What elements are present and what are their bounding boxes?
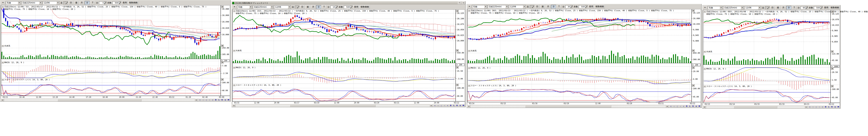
- bar-type-週-button[interactable]: 週: [305, 5, 310, 9]
- bars-count-spinner[interactable]: 500: [579, 5, 588, 8]
- scrollbar-thumb[interactable]: [58, 99, 142, 101]
- scroll-right-button[interactable]: ►: [666, 105, 669, 108]
- nav-button-7[interactable]: R: [691, 105, 694, 108]
- window-menu-button[interactable]: ▼: [232, 5, 237, 9]
- multi-symbol-button[interactable]: 複数銘柄: [360, 5, 370, 9]
- bars-count-spinner[interactable]: 500: [814, 6, 823, 9]
- symbol-select[interactable]: 日経225mini▼: [22, 1, 42, 5]
- bar-type-週-button[interactable]: 週: [775, 6, 780, 10]
- bar-type-T-button[interactable]: T: [90, 1, 95, 5]
- help-button[interactable]: ?: [458, 2, 461, 4]
- scroll-left-button[interactable]: ◄: [703, 106, 706, 108]
- window-menu-button[interactable]: ▼: [703, 6, 707, 10]
- nav-button-6[interactable]: L: [827, 106, 830, 108]
- scrollbar-track[interactable]: [4, 99, 195, 101]
- nav-button-5[interactable]: D: [685, 105, 688, 108]
- bar-type-T-button[interactable]: T: [792, 6, 797, 10]
- symbol-select[interactable]: 日経225mini▼: [488, 5, 508, 8]
- nav-button-7[interactable]: R: [220, 99, 224, 101]
- nav-button-4[interactable]: »: [211, 99, 214, 101]
- nav-button-3[interactable]: ›: [443, 104, 446, 107]
- scroll-left-button[interactable]: ◄: [1, 99, 4, 101]
- nav-button-8[interactable]: ⊕: [459, 104, 462, 107]
- close-button[interactable]: ×: [462, 2, 465, 4]
- bar-type-月-button[interactable]: 月: [311, 5, 316, 9]
- scrollbar-thumb[interactable]: [525, 105, 611, 107]
- minutes-spinner[interactable]: 5: [99, 1, 106, 4]
- category-select[interactable]: 先物▼: [708, 6, 723, 9]
- category-select[interactable]: 先物▼: [6, 1, 21, 5]
- nav-button-3[interactable]: ›: [679, 105, 682, 108]
- scrollbar-thumb[interactable]: [734, 106, 777, 108]
- scroll-right-button[interactable]: ►: [195, 99, 198, 101]
- nav-button-0[interactable]: «: [808, 106, 811, 108]
- bar-type-週-button[interactable]: 週: [540, 5, 545, 9]
- nav-button-8[interactable]: ⊕: [694, 105, 698, 108]
- nav-button-1[interactable]: ‹: [673, 105, 676, 108]
- nav-button-8[interactable]: ⊕: [834, 106, 837, 108]
- nav-button-9[interactable]: M: [227, 99, 230, 101]
- bar-type-月-button[interactable]: 月: [79, 1, 84, 5]
- nav-button-8[interactable]: ⊕: [224, 99, 227, 101]
- nav-button-0[interactable]: «: [433, 104, 436, 107]
- bar-type-分-button[interactable]: 分: [786, 6, 791, 10]
- bar-type-月-button[interactable]: 月: [546, 5, 551, 9]
- scrollbar-track[interactable]: [235, 104, 430, 107]
- scrollbar-thumb[interactable]: [290, 104, 376, 107]
- nav-button-2[interactable]: ¦: [676, 105, 679, 108]
- minutes-spinner[interactable]: 30: [565, 5, 573, 8]
- nav-button-4[interactable]: »: [682, 105, 685, 108]
- apply-button[interactable]: 適用: [823, 6, 829, 10]
- apply-button[interactable]: 適用: [353, 5, 359, 9]
- scrollbar-track[interactable]: [706, 106, 805, 108]
- minutes-spinner[interactable]: 60: [801, 6, 808, 9]
- nav-button-2[interactable]: ¦: [205, 99, 208, 101]
- scroll-left-button[interactable]: ◄: [467, 105, 470, 108]
- nav-button-6[interactable]: L: [688, 105, 691, 108]
- scroll-right-button[interactable]: ►: [430, 104, 433, 107]
- scroll-left-button[interactable]: ◄: [232, 104, 235, 107]
- nav-button-6[interactable]: L: [452, 104, 456, 107]
- nav-button-5[interactable]: D: [214, 99, 217, 101]
- bar-type-分-button[interactable]: 分: [551, 5, 556, 9]
- nav-button-7[interactable]: R: [456, 104, 459, 107]
- nav-button-1[interactable]: ‹: [811, 106, 814, 108]
- contract-select[interactable]: 12/06▼: [744, 6, 761, 9]
- multi-symbol-button[interactable]: 複数銘柄: [128, 1, 138, 5]
- nav-button-6[interactable]: L: [217, 99, 220, 101]
- multi-symbol-button[interactable]: 複数銘柄: [594, 5, 605, 9]
- nav-button-7[interactable]: R: [830, 106, 834, 108]
- bar-type-T-button[interactable]: T: [557, 5, 561, 9]
- nav-button-2[interactable]: ¦: [814, 106, 818, 108]
- nav-button-1[interactable]: ‹: [436, 104, 440, 107]
- nav-button-9[interactable]: M: [698, 105, 701, 108]
- symbol-select[interactable]: 日経225mini▼: [253, 5, 274, 9]
- bars-count-spinner[interactable]: 500: [112, 1, 121, 4]
- scrollbar-track[interactable]: [470, 105, 666, 108]
- nav-button-9[interactable]: M: [837, 106, 840, 108]
- window-menu-button[interactable]: ▼: [1, 1, 5, 5]
- apply-button[interactable]: 適用: [588, 5, 594, 9]
- bar-type-分-button[interactable]: 分: [85, 1, 90, 5]
- bar-type-日-button[interactable]: 日: [68, 1, 73, 5]
- category-select[interactable]: 先物▼: [237, 5, 252, 9]
- bar-type-日-button[interactable]: 日: [770, 6, 775, 10]
- bars-count-spinner[interactable]: 500: [344, 6, 352, 9]
- nav-button-2[interactable]: ¦: [440, 104, 443, 107]
- bar-type-日-button[interactable]: 日: [300, 5, 305, 9]
- nav-button-0[interactable]: «: [669, 105, 673, 108]
- bar-type-月-button[interactable]: 月: [781, 6, 786, 10]
- scroll-right-button[interactable]: ►: [805, 106, 808, 108]
- window-menu-button[interactable]: ▼: [467, 5, 472, 9]
- nav-button-3[interactable]: ›: [208, 99, 211, 101]
- nav-button-5[interactable]: D: [824, 106, 827, 108]
- bar-type-分-button[interactable]: 分: [316, 5, 321, 9]
- symbol-select[interactable]: 日経225mini▼: [723, 6, 744, 9]
- nav-button-4[interactable]: »: [821, 106, 824, 108]
- apply-button[interactable]: 適用: [122, 1, 128, 5]
- bar-type-T-button[interactable]: T: [322, 5, 327, 9]
- category-select[interactable]: 先物▼: [472, 5, 487, 8]
- contract-select[interactable]: 12/06▼: [509, 5, 526, 8]
- nav-button-1[interactable]: ‹: [202, 99, 205, 101]
- bar-type-週-button[interactable]: 週: [74, 1, 79, 5]
